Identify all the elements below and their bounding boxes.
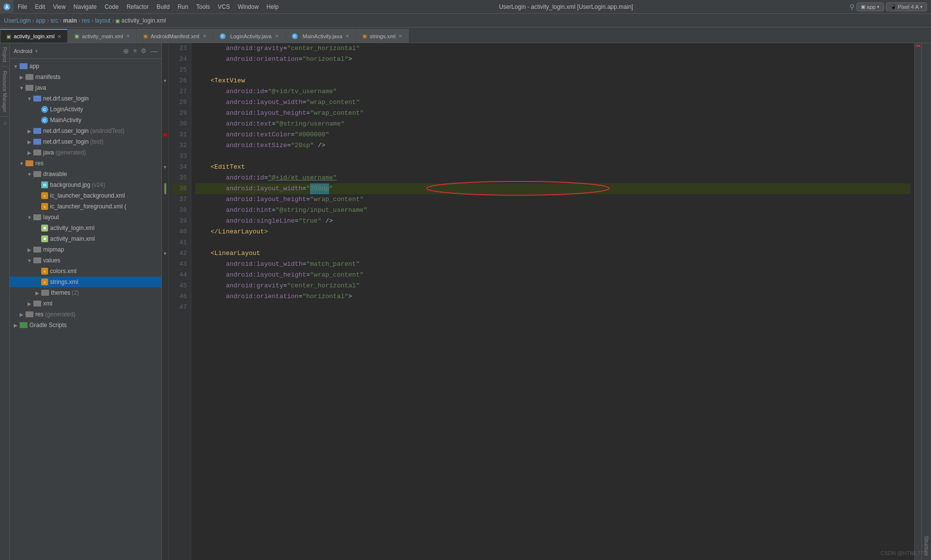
breadcrumb-src[interactable]: src <box>51 17 58 24</box>
menu-build[interactable]: Build <box>153 0 174 13</box>
expand-arrow-test[interactable]: ▶ <box>26 138 33 146</box>
tree-item-test[interactable]: ▶ net.drf.user_login (test) <box>10 136 161 147</box>
breadcrumb-res[interactable]: res <box>82 17 90 24</box>
tab-close-login[interactable]: ✕ <box>275 33 279 39</box>
tree-item-colors[interactable]: x colors.xml <box>10 266 161 277</box>
tree-item-app[interactable]: ▼ app <box>10 61 161 72</box>
tree-item-themes[interactable]: ▶ themes (2) <box>10 287 161 298</box>
tab-close-manifest[interactable]: ✕ <box>203 33 207 39</box>
tree-item-background[interactable]: 🖼 background.jpg (v24) <box>10 179 161 190</box>
resource-manager-label[interactable]: Resource Manager <box>1 67 8 117</box>
menu-navigate[interactable]: Navigate <box>70 0 101 13</box>
expand-arrow-java-gen[interactable]: ▶ <box>26 149 33 156</box>
expand-arrow-layout[interactable]: ▼ <box>26 213 33 221</box>
tab-activity-login[interactable]: ▣ activity_login.xml ✕ <box>0 29 68 43</box>
gutter-34[interactable]: ▼ <box>162 162 168 173</box>
folder-icon-themes <box>41 290 49 296</box>
tree-item-res-generated[interactable]: ▶ res (generated) <box>10 309 161 320</box>
tree-item-package-main[interactable]: ▼ net.drf.user_login <box>10 93 161 104</box>
toolbar-actions: ⊕ ≡ ⚙ — <box>123 47 157 55</box>
tree-item-java[interactable]: ▼ java <box>10 82 161 93</box>
tree-item-xml[interactable]: ▶ xml <box>10 298 161 309</box>
expand-arrow-manifests[interactable]: ▶ <box>18 73 26 81</box>
device-btn[interactable]: 📱 Pixel 4 A ▾ <box>886 2 927 11</box>
menu-file[interactable]: File <box>14 0 31 13</box>
tree-label-values: values <box>43 257 60 264</box>
tree-item-strings[interactable]: x strings.xml <box>10 277 161 287</box>
tree-item-login-activity[interactable]: C LoginActivity <box>10 104 161 115</box>
tree-item-android-test[interactable]: ▶ net.drf.user_login (androidTest) <box>10 126 161 136</box>
sync-icon[interactable]: ⊕ <box>123 47 129 55</box>
attr-31: android:textColor <box>195 129 291 140</box>
tree-item-ic-fg[interactable]: x ic_launcher_foreground.xml ( <box>10 201 161 212</box>
attr-29: android:layout_height <box>195 108 306 119</box>
tree-item-main-activity[interactable]: C MainActivity <box>10 115 161 126</box>
search-icon[interactable]: ⚲ <box>850 3 854 11</box>
eq-36: = <box>302 183 306 194</box>
expand-arrow-themes[interactable]: ▶ <box>33 289 41 297</box>
menu-help[interactable]: Help <box>262 0 283 13</box>
expand-arrow-java[interactable]: ▼ <box>18 84 26 92</box>
tab-main-activity[interactable]: C MainActivity.java ✕ <box>285 29 356 43</box>
tree-label-res: res <box>35 160 44 167</box>
tree-item-manifests[interactable]: ▶ manifests <box>10 72 161 82</box>
menu-run[interactable]: Run <box>174 0 192 13</box>
tab-activity-main[interactable]: ▣ activity_main.xml ✕ <box>68 29 136 43</box>
tab-close-strings[interactable]: ✕ <box>398 33 402 39</box>
val-36-quote2: " <box>329 183 333 194</box>
expand-arrow-gradle[interactable]: ▶ <box>12 321 20 329</box>
tree-item-ic-bg[interactable]: x ic_launcher_background.xml <box>10 190 161 201</box>
menu-vcs[interactable]: VCS <box>214 0 234 13</box>
tree-item-layout[interactable]: ▼ layout <box>10 212 161 223</box>
expand-arrow-package[interactable]: ▼ <box>26 95 33 102</box>
gutter-40 <box>162 227 168 237</box>
tree-item-java-generated[interactable]: ▶ java (generated) <box>10 147 161 158</box>
tree-item-values[interactable]: ▼ values <box>10 255 161 266</box>
eq-45: = <box>283 280 287 291</box>
expand-arrow-values[interactable]: ▼ <box>26 256 33 264</box>
tab-login-activity[interactable]: C LoginActivity.java ✕ <box>213 29 285 43</box>
code-editor[interactable]: android:gravity="center_horizontal" andr… <box>191 43 914 560</box>
tab-close-main[interactable]: ✕ <box>345 33 349 39</box>
expand-arrow-xml[interactable]: ▶ <box>26 300 33 307</box>
menu-edit[interactable]: Edit <box>31 0 49 13</box>
expand-arrow-android-test[interactable]: ▶ <box>26 127 33 135</box>
expand-arrow-drawable[interactable]: ▼ <box>26 170 33 178</box>
tab-close-activity-main[interactable]: ✕ <box>126 33 130 39</box>
run-config-btn[interactable]: ▣ app ▾ <box>856 2 884 11</box>
breakpoint-31[interactable] <box>163 133 167 137</box>
tree-item-activity-main[interactable]: ▣ activity_main.xml <box>10 233 161 244</box>
panel-dropdown-arrow[interactable]: ▾ <box>35 49 38 53</box>
folder-icon-res-gen <box>26 311 33 317</box>
favorites-label[interactable]: ☆ <box>1 117 8 130</box>
gutter-42[interactable]: ▼ <box>162 248 168 259</box>
menu-tools[interactable]: Tools <box>192 0 214 13</box>
tree-item-gradle[interactable]: ▶ Gradle Scripts <box>10 320 161 331</box>
tree-item-res[interactable]: ▼ res <box>10 158 161 169</box>
expand-arrow-res-gen[interactable]: ▶ <box>18 310 26 318</box>
collapse-icon[interactable]: ≡ <box>133 47 137 54</box>
breadcrumb-userlogin[interactable]: UserLogin <box>4 17 31 24</box>
expand-arrow-app[interactable]: ▼ <box>12 62 20 70</box>
tree-item-mipmap[interactable]: ▶ mipmap <box>10 244 161 255</box>
eq-27: = <box>264 86 268 97</box>
tree-item-drawable[interactable]: ▼ drawable <box>10 169 161 179</box>
menu-window[interactable]: Window <box>234 0 263 13</box>
tree-item-activity-login[interactable]: ▣ activity_login.xml <box>10 223 161 233</box>
gutter-26[interactable]: ▼ <box>162 76 168 86</box>
gear-icon[interactable]: ⚙ <box>141 47 147 54</box>
breadcrumb-layout[interactable]: layout <box>95 17 110 24</box>
expand-arrow-mipmap[interactable]: ▶ <box>26 246 33 254</box>
tab-manifest[interactable]: ▣ AndroidManifest.xml ✕ <box>137 29 213 43</box>
project-panel-label[interactable]: Project <box>1 43 8 67</box>
tab-strings[interactable]: ▣ strings.xml ✕ <box>356 29 409 43</box>
expand-arrow-res[interactable]: ▼ <box>18 159 26 167</box>
menu-code[interactable]: Code <box>101 0 123 13</box>
breadcrumb-main[interactable]: main <box>63 17 77 24</box>
tab-close-activity-login[interactable]: ✕ <box>57 34 61 39</box>
minimize-icon[interactable]: — <box>151 47 157 55</box>
svg-text:A: A <box>5 4 8 10</box>
breadcrumb-app[interactable]: app <box>36 17 46 24</box>
menu-view[interactable]: View <box>49 0 70 13</box>
menu-refactor[interactable]: Refactor <box>123 0 153 13</box>
